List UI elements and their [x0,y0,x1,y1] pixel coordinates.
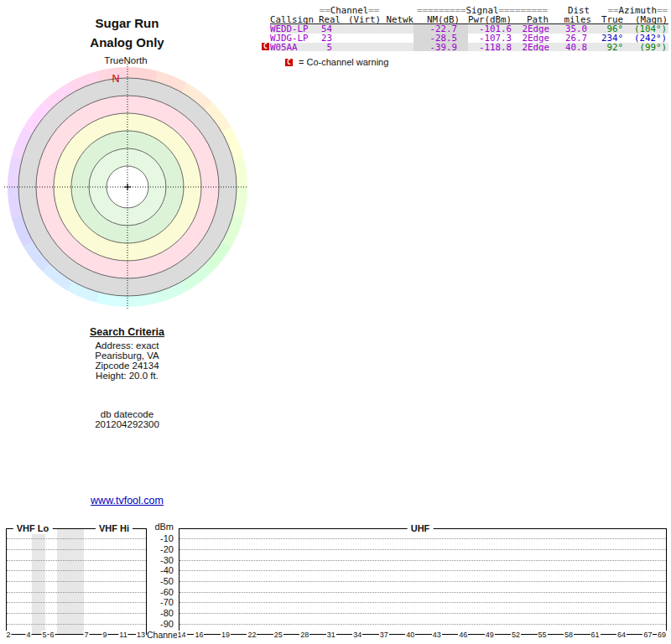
channel-tick-label: 11 [118,631,127,639]
grid-line [179,538,666,539]
grid-line [7,538,146,539]
db-datecode-value: 201204292300 [0,419,254,429]
cell-path: 2Edge [512,34,551,43]
cell-pwr: -118.8 [468,43,512,52]
cell-pwr: -107.3 [468,34,512,43]
channel-tick-label: 34 [352,631,362,639]
grid-line [7,592,146,593]
group-header-signal: =========Signal========= [414,6,551,15]
column-header-netwk: Netwk [381,15,414,24]
channel-tick-label: 6 [49,631,55,639]
channel-tick-label: 31 [326,631,336,639]
cell-nm: -28.5 [414,34,468,43]
grid-line [179,570,666,571]
search-criteria-line: Pearisburg, VA [0,351,254,361]
column-header-callsign: Callsign [270,15,318,24]
uhf-panel [179,528,667,635]
column-header-warning [261,15,270,24]
cell-virt [341,34,381,43]
grid-line [179,624,666,625]
vhf-panel [6,528,147,635]
channel-tick-label: 16 [194,631,204,639]
cell-callsign: WEDD-LP [270,24,318,34]
y-axis-tick-label: -30 [148,556,174,565]
channel-tick-label: 19 [221,631,231,639]
grid-line [7,549,146,550]
tvfool-report: Sugar Run Analog Only TrueNorth N ==Chan… [0,0,671,644]
y-axis-tick-label: -80 [148,609,174,618]
group-header-azimuth: ==Azimuth== [592,6,668,15]
channel-tick-label: 37 [379,631,389,639]
cell-magn: (104°) [624,24,668,34]
y-axis-tick-label: -50 [148,577,174,586]
y-axis-tick-label: -60 [148,588,174,597]
signal-table: ==Channel===========Signal=========Dist=… [261,6,668,51]
channel-tick-label: 55 [538,631,548,639]
grid-line [7,602,146,603]
grid-line [7,570,146,571]
search-criteria-lines: Address: exactPearisburg, VAZipcode 2413… [0,340,254,381]
column-header-miles: miles [551,15,592,24]
cell-miles: 26.7 [551,34,592,43]
search-criteria-line: Zipcode 24134 [0,361,254,371]
channel-tick-label: 61 [590,631,601,639]
cell-warning: C [261,43,270,52]
vhf-lo-label: VHF Lo [13,522,53,534]
grid-line [7,581,146,582]
channel-tick-label: 2 [5,631,11,639]
cell-magn: (99°) [624,43,668,52]
group-header-dist: Dist [551,6,592,15]
cell-magn: (242°) [624,34,668,43]
channel-tick-label: 28 [299,631,309,639]
column-header-nm: NM(dB) [414,15,468,24]
tvfool-link[interactable]: www.tvfool.com [0,495,254,506]
search-criteria-line: Address: exact [0,340,254,351]
column-header-true: True [592,15,624,24]
cell-path: 2Edge [512,24,551,34]
cell-netwk [381,24,414,34]
db-datecode-label: db datecode [0,409,254,419]
grid-line [179,581,666,582]
grid-line [7,560,146,561]
co-channel-warning-icon: C [285,59,293,66]
grid-line [179,602,666,603]
cell-virt [341,43,381,52]
report-subtitle: Analog Only [0,36,254,49]
cell-real: 54 [318,24,341,34]
cell-netwk [381,43,414,52]
channel-tick-label: 4 [25,631,31,639]
cell-nm: -39.9 [414,43,468,52]
y-axis-tick-label: -20 [148,545,174,554]
cell-real: 23 [318,34,341,43]
channel-tick-label: 40 [405,631,415,639]
y-axis-unit-label: dBm [148,522,174,532]
channel-tick-label: 67 [642,631,653,639]
cell-nm: -22.7 [414,24,468,34]
column-header-virt: (Virt) [341,15,381,24]
co-channel-legend-text: = Co-channel warning [299,57,388,67]
cell-warning [261,34,270,43]
co-channel-warning-icon: C [262,43,269,50]
y-axis-tick-label: -70 [148,598,174,607]
co-channel-legend: C = Co-channel warning [285,57,388,67]
cell-real: 5 [318,43,341,52]
channel-tick-label: 5 [41,631,47,639]
search-criteria-line: Height: 20.0 ft. [0,371,254,381]
cell-pwr: -101.6 [468,24,512,34]
cell-miles: 40.8 [551,43,592,52]
grid-line [7,624,146,625]
azimuth-polar-chart: N [2,62,253,314]
channel-tick-label: 69 [657,631,667,639]
grid-line [179,592,666,593]
channel-tick-label: 43 [432,631,442,639]
north-marker: N [112,73,119,85]
grid-line [179,560,666,561]
grid-line [179,549,666,550]
channel-tick-label: 22 [247,631,257,639]
channel-tick-label: 13 [136,631,146,639]
channel-tick-label: 7 [83,631,89,639]
column-header-pwr: Pwr(dBm) [468,15,512,24]
cell-virt [341,24,381,34]
x-axis-label: Channel [147,630,179,640]
cell-true: 234° [592,34,624,43]
